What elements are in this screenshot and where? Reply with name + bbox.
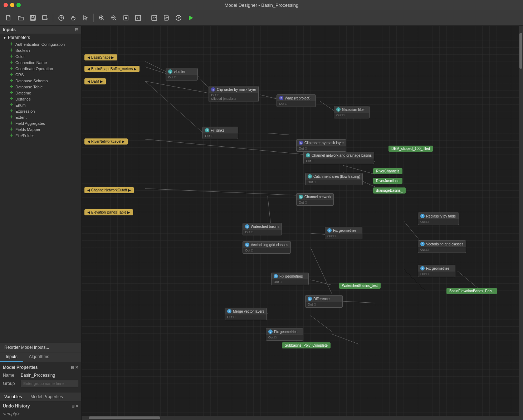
plus-icon-fields-mapper: ✛ (10, 127, 13, 132)
node-watershed-basins-test[interactable]: WatershedBasins_test (339, 283, 381, 289)
tab-model-properties-bottom[interactable]: Model Properties (26, 392, 67, 401)
zoom-fit-button[interactable] (120, 12, 132, 24)
node-channel-cutoff[interactable]: ◀ ChannelNetworkCutoff ▶ (84, 187, 134, 193)
node-reclassify[interactable]: S Reclassify by table Out □ (418, 213, 459, 225)
sidebar-item-enum[interactable]: ✛ Enum (0, 102, 81, 108)
minimize-button[interactable] (10, 3, 14, 7)
open-button[interactable] (15, 12, 26, 24)
zoom-out-button[interactable] (108, 12, 119, 24)
sidebar-item-expression[interactable]: ✛ Expression (0, 108, 81, 114)
edit-help-button[interactable]: ? (173, 12, 184, 24)
node-elevation-bands[interactable]: ◀ Elevation Bands Table ▶ (84, 209, 133, 215)
node-river-channels-output[interactable]: RiverChannels (373, 168, 402, 174)
node-fill-sinks[interactable]: S Fill sinks Out □ (202, 127, 238, 139)
tab-inputs[interactable]: Inputs (0, 352, 23, 362)
close-button[interactable] (4, 3, 8, 7)
node-vectorising-2[interactable]: S Vectorising grid classes Out □ (418, 240, 466, 253)
node-clip-raster-1[interactable]: S Clip raster by mask layer Out □ Clippe… (209, 86, 259, 102)
node-difference[interactable]: S Difference Out □ (305, 295, 343, 308)
node-channel-network[interactable]: S Channel network and drainage basins Ou… (303, 152, 374, 164)
sidebar-item-authentication[interactable]: ✛ Authentication Configuration (0, 41, 81, 47)
fix-geom-4-icon: S (268, 329, 273, 334)
undo-history-header: Undo History ⊟ ✕ (3, 404, 78, 409)
tab-algorithms[interactable]: Algorithms (23, 352, 55, 362)
sidebar-item-file-folder[interactable]: ✛ File/Folder (0, 132, 81, 138)
sidebar-item-database-table[interactable]: ✛ Database Table (0, 84, 81, 90)
node-basin-elevation-output[interactable]: BasinElevationBands_Poly_ (446, 288, 497, 294)
canvas-scroll-thumb[interactable] (89, 416, 160, 419)
select-tool-button[interactable] (80, 12, 91, 24)
node-basin-shape[interactable]: ◀ BasinShape ▶ (84, 54, 117, 60)
node-subbasins-output[interactable]: Subbasins_Poly_Complete (282, 342, 331, 348)
node-channel-net-2[interactable]: S Channel network Out □ (296, 193, 334, 206)
new-button[interactable] (3, 12, 14, 24)
node-river-network-level[interactable]: ◀ RiverNetworkLevel ▶ (84, 138, 128, 145)
merge-vector-port-out: Out □ (227, 315, 264, 319)
sidebar-item-fields-mapper[interactable]: ✛ Fields Mapper (0, 126, 81, 132)
node-clip-raster-2[interactable]: S Clip raster by mask layer Out □ (296, 139, 346, 152)
sidebar-item-crs[interactable]: ✛ CRS (0, 72, 81, 78)
node-gaussian[interactable]: S Gaussian filter Out □ (334, 106, 370, 118)
canvas-scrollbar-horizontal[interactable] (82, 416, 523, 420)
zoom-actual-button[interactable]: 1:1 (132, 12, 144, 24)
plus-icon-extent: ✛ (10, 115, 13, 119)
sidebar-item-extent[interactable]: ✛ Extent (0, 114, 81, 120)
node-river-junctions-output[interactable]: RiverJunctions (373, 178, 402, 184)
node-dem-clipped-output[interactable]: DEM_clipped_100_filled (388, 146, 433, 152)
node-output-label-dem-clipped: DEM_clipped_100_filled (388, 146, 433, 152)
sidebar-item-distance[interactable]: ✛ Distance (0, 96, 81, 102)
vectorising-1-port-out: Out □ (245, 249, 288, 252)
sidebar-item-label-file-folder: File/Folder (15, 133, 34, 138)
node-basin-shape-buffer[interactable]: ◀ BasinShapeBuffer_meters ▶ (84, 66, 140, 72)
canvas-scrollbar-vertical[interactable] (519, 26, 523, 416)
fix-geom-2-label: Fix geometries (279, 274, 303, 278)
node-catchment-area[interactable]: S Catchment area (flow tracing) Out □ (305, 173, 363, 185)
node-fix-geom-2[interactable]: S Fix geometries Out □ (271, 273, 309, 285)
vectorising-2-label: Vectorising grid classes (426, 242, 464, 246)
tab-variables[interactable]: Variables (0, 392, 26, 401)
hand-tool-button[interactable] (68, 12, 79, 24)
node-input-label-elevation-bands: ◀ Elevation Bands Table ▶ (84, 209, 133, 215)
main-layout: Inputs ⊟ ▼ Parameters ✛ Authentication C… (0, 26, 523, 420)
save-button[interactable] (27, 12, 39, 24)
save-as-button[interactable] (39, 12, 51, 24)
sidebar-item-connection-name[interactable]: ✛ Connection Name (0, 59, 81, 65)
node-drainage-basins-output[interactable]: drainageBasins_ (373, 187, 406, 194)
plus-icon-color: ✛ (10, 54, 13, 59)
sidebar-item-boolean[interactable]: ✛ Boolean (0, 47, 81, 53)
parameters-section[interactable]: ▼ Parameters (0, 34, 81, 41)
add-algorithm-button[interactable] (55, 12, 67, 24)
undo-history-label: Undo History (3, 404, 30, 409)
canvas-area[interactable]: ◀ BasinShape ▶ ◀ BasinShapeBuffer_meters… (82, 26, 523, 420)
sidebar-item-color[interactable]: ✛ Color (0, 53, 81, 59)
node-fix-geom-4[interactable]: S Fix geometries Out □ (266, 328, 303, 341)
channel-net-2-port-out: Out □ (299, 201, 331, 204)
node-merge-vector[interactable]: S Merge vector layers Out □ (225, 308, 267, 320)
node-watershed-basins[interactable]: S Watershed basins Out □ (243, 223, 282, 235)
model-group-input[interactable] (21, 380, 78, 387)
run-model-button[interactable] (185, 12, 196, 24)
difference-label: Difference (313, 297, 329, 301)
model-properties-section: Model Properties ⊟ ✕ Name Basin_Processi… (0, 362, 81, 392)
node-vbuffer[interactable]: S v.buffer Out □ (166, 68, 198, 80)
fix-geom-1-port-out: Out □ (327, 234, 360, 238)
reorder-model-inputs-button[interactable]: Reorder Model Inputs... (0, 343, 81, 352)
catchment-label: Catchment area (flow tracing) (313, 175, 360, 179)
node-vectorising-1[interactable]: S Vectorising grid classes Out □ (243, 241, 291, 254)
inputs-collapse-icon[interactable]: ⊟ (75, 27, 78, 32)
export-image-button[interactable] (148, 12, 160, 24)
maximize-button[interactable] (16, 3, 21, 7)
undo-empty-state: <empty> (3, 410, 78, 418)
zoom-in-button[interactable] (96, 12, 107, 24)
sidebar-item-datetime[interactable]: ✛ Datetime (0, 90, 81, 96)
export-python-button[interactable] (161, 12, 172, 24)
sidebar-item-field-aggregates[interactable]: ✛ Field Aggregates (0, 120, 81, 126)
node-fix-geom-1[interactable]: S Fix geometries Out □ (325, 227, 362, 239)
difference-icon: S (308, 297, 312, 301)
node-warp[interactable]: S Warp (reproject) Out □ (277, 94, 316, 107)
sidebar-item-coordinate-operation[interactable]: ✛ Coordinate Operation (0, 65, 81, 72)
vertical-scroll-thumb[interactable] (519, 33, 522, 69)
node-dem[interactable]: ◀ DEM ▶ (84, 78, 106, 84)
sidebar-item-database-schema[interactable]: ✛ Database Schema (0, 78, 81, 84)
node-fix-geom-3[interactable]: S Fix geometries Out □ (418, 265, 455, 277)
